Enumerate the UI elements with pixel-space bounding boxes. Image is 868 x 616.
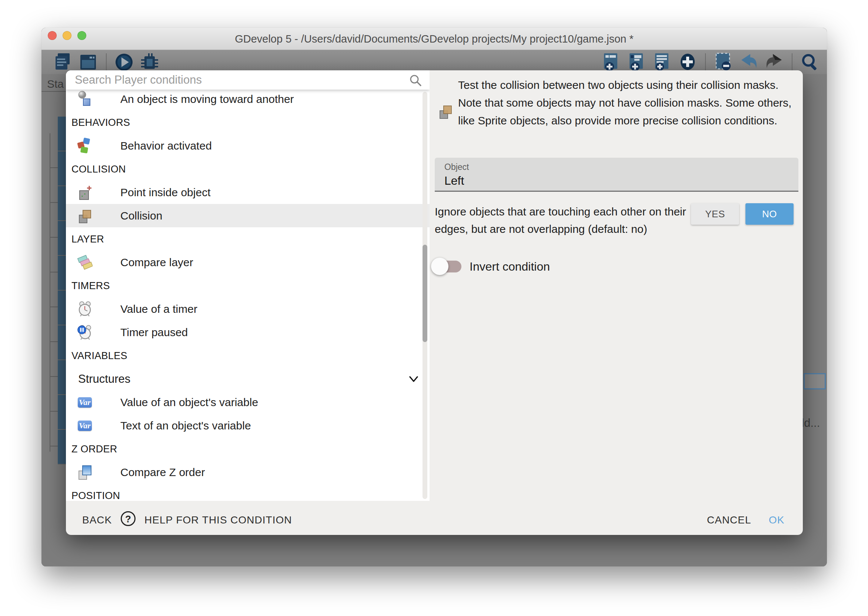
conditions-list: An object is moving toward anotherBEHAVI… bbox=[66, 87, 429, 501]
variable-icon: Var bbox=[77, 417, 93, 434]
toolbar-right-group bbox=[601, 51, 820, 73]
object-field-value: Left bbox=[444, 174, 464, 188]
timer-icon bbox=[77, 300, 93, 317]
condition-editor-dialog: An object is moving toward anotherBEHAVI… bbox=[66, 70, 803, 535]
ignore-edges-label: Ignore objects that are touching each ot… bbox=[435, 203, 687, 238]
category-header-label: VARIABLES bbox=[71, 350, 127, 361]
variable-icon: Var bbox=[77, 394, 93, 411]
add-circle-icon[interactable] bbox=[677, 52, 698, 72]
yes-button[interactable]: YES bbox=[691, 203, 739, 225]
category-header: TIMERS bbox=[66, 274, 429, 297]
category-header-label: Z ORDER bbox=[71, 443, 117, 454]
condition-item-label: Collision bbox=[120, 209, 162, 222]
behavior-icon bbox=[77, 137, 93, 154]
conditions-panel: An object is moving toward anotherBEHAVI… bbox=[66, 70, 429, 501]
ok-button[interactable]: OK bbox=[769, 514, 784, 526]
help-button[interactable]: HELP FOR THIS CONDITION bbox=[145, 514, 292, 526]
condition-item-label: Compare Z order bbox=[120, 466, 205, 479]
object-field-label: Object bbox=[444, 162, 469, 172]
window-title: GDevelop 5 - /Users/david/Documents/GDev… bbox=[41, 33, 827, 45]
event-condition-column bbox=[58, 116, 66, 465]
condition-item-label: Point inside object bbox=[120, 186, 211, 199]
scene-editor-icon[interactable] bbox=[78, 52, 99, 72]
no-button[interactable]: NO bbox=[745, 203, 794, 225]
undo-icon[interactable] bbox=[738, 52, 759, 72]
add-subevent-icon[interactable] bbox=[626, 52, 647, 72]
debug-icon[interactable] bbox=[139, 52, 160, 72]
invert-condition-label: Invert condition bbox=[470, 260, 550, 273]
toolbar-divider bbox=[106, 53, 107, 71]
category-header-label: LAYER bbox=[71, 233, 104, 245]
list-scrollbar-thumb[interactable] bbox=[423, 245, 427, 342]
scene-tab-label: Sta bbox=[47, 78, 64, 90]
category-header-label: COLLISION bbox=[71, 163, 126, 175]
app-window: GDevelop 5 - /Users/david/Documents/GDev… bbox=[41, 28, 827, 566]
toolbar-left-group bbox=[53, 51, 160, 73]
condition-item[interactable]: VarText of an object's variable bbox=[66, 414, 429, 437]
condition-item-label: Text of an object's variable bbox=[120, 420, 251, 432]
project-manager-icon[interactable] bbox=[53, 52, 73, 72]
cancel-button[interactable]: CANCEL bbox=[707, 514, 752, 526]
search-bar bbox=[66, 70, 429, 90]
subsection-structures[interactable]: Structures bbox=[66, 367, 429, 391]
condition-item-label: Compare layer bbox=[120, 256, 193, 269]
add-event-icon[interactable] bbox=[601, 52, 621, 72]
condition-item-label: Behavior activated bbox=[120, 140, 212, 152]
category-header-label: TIMERS bbox=[71, 280, 110, 291]
condition-item-label: An object is moving toward another bbox=[120, 93, 294, 105]
condition-item[interactable]: VarValue of an object's variable bbox=[66, 391, 429, 414]
category-header: BEHAVIORS bbox=[66, 111, 429, 134]
toolbar-divider bbox=[792, 53, 793, 71]
back-button[interactable]: BACK bbox=[82, 514, 112, 526]
condition-item-label: Timer paused bbox=[120, 326, 188, 339]
collision-icon bbox=[77, 207, 93, 224]
titlebar: GDevelop 5 - /Users/david/Documents/GDev… bbox=[41, 28, 827, 50]
category-header-label: BEHAVIORS bbox=[71, 116, 130, 128]
condition-item[interactable]: Behavior activated bbox=[66, 134, 429, 157]
search-input[interactable] bbox=[75, 70, 404, 90]
category-header: Z ORDER bbox=[66, 437, 429, 460]
invert-toggle-knob[interactable] bbox=[431, 258, 448, 275]
condition-description: Test the collision between two objects u… bbox=[458, 76, 799, 130]
delete-event-icon[interactable] bbox=[713, 52, 734, 72]
z-order-icon bbox=[77, 464, 93, 481]
toolbar-divider bbox=[705, 53, 706, 71]
point-inside-icon bbox=[77, 184, 93, 201]
condition-item-label: Value of a timer bbox=[120, 303, 197, 316]
condition-item[interactable]: Timer paused bbox=[66, 321, 429, 344]
tab-underline bbox=[41, 91, 68, 92]
category-header: POSITION bbox=[66, 484, 429, 501]
condition-item[interactable]: Value of a timer bbox=[66, 297, 429, 321]
collision-icon bbox=[438, 103, 453, 120]
condition-item[interactable]: Collision bbox=[66, 204, 429, 227]
condition-item[interactable]: An object is moving toward another bbox=[66, 87, 429, 111]
moving-toward-icon bbox=[77, 91, 93, 108]
redo-icon[interactable] bbox=[764, 52, 785, 72]
help-icon[interactable]: ? bbox=[121, 511, 135, 526]
event-row-outlines bbox=[50, 133, 58, 452]
category-header: COLLISION bbox=[66, 157, 429, 181]
search-icon bbox=[409, 74, 422, 87]
condition-item[interactable]: Compare Z order bbox=[66, 460, 429, 484]
subsection-label: Structures bbox=[78, 372, 131, 386]
condition-item[interactable]: Compare layer bbox=[66, 251, 429, 274]
chevron-down-icon[interactable] bbox=[408, 374, 419, 385]
category-header-label: POSITION bbox=[71, 490, 120, 501]
condition-item-label: Value of an object's variable bbox=[120, 396, 258, 409]
play-icon[interactable] bbox=[114, 52, 134, 72]
timer-paused-icon bbox=[77, 324, 93, 341]
category-header: LAYER bbox=[66, 227, 429, 251]
add-comment-icon[interactable] bbox=[652, 52, 673, 72]
layer-icon bbox=[77, 254, 93, 271]
selected-event-row bbox=[804, 373, 826, 390]
object-field[interactable]: Object Left bbox=[435, 158, 798, 192]
category-header: VARIABLES bbox=[66, 344, 429, 367]
search-events-icon[interactable] bbox=[799, 52, 820, 72]
condition-item[interactable]: Point inside object bbox=[66, 181, 429, 204]
